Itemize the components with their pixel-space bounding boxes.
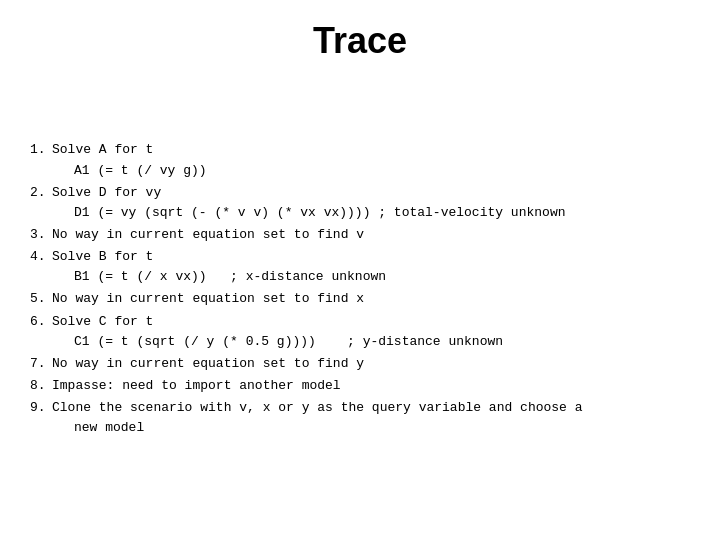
- list-number: 3.: [30, 225, 52, 245]
- list-number: 6.: [30, 312, 52, 352]
- list-number: 7.: [30, 354, 52, 374]
- trace-content: 1.Solve A for tA1 (= t (/ vy g))2.Solve …: [30, 80, 690, 440]
- list-line-1: Solve C for t: [52, 314, 153, 329]
- list-item: 4.Solve B for tB1 (= t (/ x vx)) ; x-dis…: [30, 247, 690, 287]
- list-item: 5.No way in current equation set to find…: [30, 289, 690, 309]
- list-line-1: No way in current equation set to find v: [52, 227, 364, 242]
- list-item: 3.No way in current equation set to find…: [30, 225, 690, 245]
- list-body: Clone the scenario with v, x or y as the…: [52, 398, 690, 438]
- list-item: 8.Impasse: need to import another model: [30, 376, 690, 396]
- list-line-2: D1 (= vy (sqrt (- (* v v) (* vx vx)))) ;…: [74, 203, 690, 223]
- list-line-1: Impasse: need to import another model: [52, 378, 341, 393]
- list-body: Impasse: need to import another model: [52, 376, 690, 396]
- list-line-2: C1 (= t (sqrt (/ y (* 0.5 g)))) ; y-dist…: [74, 332, 690, 352]
- list-number: 2.: [30, 183, 52, 223]
- list-line-2: A1 (= t (/ vy g)): [74, 161, 690, 181]
- list-body: No way in current equation set to find x: [52, 289, 690, 309]
- list-number: 8.: [30, 376, 52, 396]
- list-line-1: Solve A for t: [52, 142, 153, 157]
- list-line-1: Clone the scenario with v, x or y as the…: [52, 400, 583, 415]
- list-body: Solve A for tA1 (= t (/ vy g)): [52, 140, 690, 180]
- list-body: No way in current equation set to find v: [52, 225, 690, 245]
- list-number: 4.: [30, 247, 52, 287]
- list-line-2: new model: [74, 418, 690, 438]
- page-title: Trace: [30, 20, 690, 62]
- list-body: No way in current equation set to find y: [52, 354, 690, 374]
- list-line-1: Solve B for t: [52, 249, 153, 264]
- list-number: 1.: [30, 140, 52, 180]
- list-body: Solve B for tB1 (= t (/ x vx)) ; x-dista…: [52, 247, 690, 287]
- list-item: 1.Solve A for tA1 (= t (/ vy g)): [30, 140, 690, 180]
- list-line-1: No way in current equation set to find y: [52, 356, 364, 371]
- list-number: 5.: [30, 289, 52, 309]
- list-body: Solve D for vyD1 (= vy (sqrt (- (* v v) …: [52, 183, 690, 223]
- list-item: 2.Solve D for vyD1 (= vy (sqrt (- (* v v…: [30, 183, 690, 223]
- list-number: 9.: [30, 398, 52, 438]
- main-page: Trace 1.Solve A for tA1 (= t (/ vy g))2.…: [0, 0, 720, 540]
- list-line-1: No way in current equation set to find x: [52, 291, 364, 306]
- list-line-1: Solve D for vy: [52, 185, 161, 200]
- list-item: 6.Solve C for tC1 (= t (sqrt (/ y (* 0.5…: [30, 312, 690, 352]
- list-line-2: B1 (= t (/ x vx)) ; x-distance unknown: [74, 267, 690, 287]
- list-item: 9.Clone the scenario with v, x or y as t…: [30, 398, 690, 438]
- list-item: 7.No way in current equation set to find…: [30, 354, 690, 374]
- list-body: Solve C for tC1 (= t (sqrt (/ y (* 0.5 g…: [52, 312, 690, 352]
